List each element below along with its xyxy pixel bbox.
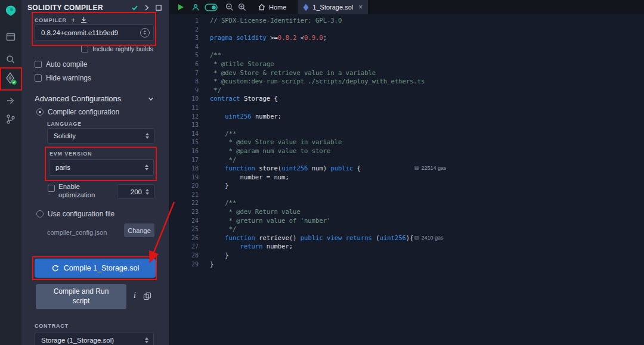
compiler-section-header: COMPILER + [35, 16, 88, 24]
code-line[interactable]: 21 [170, 190, 644, 199]
code-line[interactable]: 27 return number; [170, 242, 644, 251]
code-lines: 1// SPDX-License-Identifier: GPL-3.023pr… [170, 16, 644, 268]
code-text: * @param num value to store [210, 147, 330, 154]
code-line[interactable]: 9 */ [170, 86, 644, 95]
use-config-file-radio[interactable] [36, 210, 44, 217]
pin-panel-icon[interactable] [155, 4, 162, 11]
zoom-out-button[interactable] [225, 3, 234, 11]
code-line[interactable]: 17 */ [170, 156, 644, 164]
line-number: 15 [170, 138, 199, 147]
zoom-in-button[interactable] [238, 3, 246, 11]
code-line[interactable]: 3pragma solidity >=0.8.2 <0.9.0; [170, 33, 644, 42]
line-number: 20 [170, 182, 199, 191]
compile-button[interactable]: Compile 1_Storage.sol [35, 259, 156, 278]
line-number: 12 [170, 113, 199, 122]
chevron-down-icon[interactable] [147, 95, 154, 102]
download-compiler-icon[interactable] [80, 16, 88, 24]
line-number: 21 [170, 191, 199, 200]
optimization-runs-stepper[interactable]: 200 [117, 184, 154, 199]
code-line[interactable]: 26 function retrieve() public view retur… [170, 234, 644, 243]
code-line[interactable]: 24 * @return value of 'number' [170, 216, 644, 225]
code-line[interactable]: 13 [170, 120, 644, 129]
remix-logo [5, 5, 17, 17]
tab-1-storage-sol[interactable]: 1_Storage.sol × [297, 0, 369, 14]
code-line[interactable]: 2 [170, 25, 644, 34]
sidebar-item-search[interactable] [0, 51, 21, 68]
nightly-builds-row: Include nightly builds [81, 45, 153, 52]
code-line[interactable]: 11 [170, 103, 644, 112]
line-number: 19 [170, 173, 199, 182]
enable-optimization-checkbox[interactable] [48, 185, 55, 192]
code-editor[interactable]: 1// SPDX-License-Identifier: GPL-3.023pr… [170, 14, 644, 345]
code-line[interactable]: 16 * @param num value to store [170, 147, 644, 156]
code-line[interactable]: 10contract Storage { [170, 94, 644, 103]
line-number: 22 [170, 199, 199, 208]
line-number: 16 [170, 147, 199, 156]
code-line[interactable]: 22 /** [170, 198, 644, 207]
line-number: 7 [170, 69, 199, 78]
change-config-button[interactable]: Change [124, 223, 154, 237]
code-line[interactable]: 20 } [170, 181, 644, 190]
code-line[interactable]: 6 * @title Storage [170, 60, 644, 69]
contract-select[interactable]: Storage (1_Storage.sol) [35, 332, 154, 345]
compile-and-run-button[interactable]: Compile and Run script [36, 284, 126, 309]
language-select[interactable]: Solidity [47, 128, 154, 144]
gas-estimate-hint[interactable]: ▤22514 gas [414, 164, 447, 173]
assistant-button[interactable] [191, 4, 200, 11]
icon-rail [0, 0, 21, 345]
select-arrows-icon [145, 164, 148, 170]
compiler-configuration-radio[interactable] [36, 108, 44, 116]
compile-button-label: Compile 1_Storage.sol [64, 264, 139, 272]
include-nightly-checkbox[interactable] [81, 45, 88, 52]
remix-ide: SOLIDITY COMPILER COMPILER + [0, 0, 644, 345]
select-arrows-icon [145, 133, 149, 139]
sidebar-item-solidity-compiler[interactable] [0, 70, 21, 87]
code-line[interactable]: 18 function store(uint256 num) public {▤… [170, 164, 644, 173]
hide-warnings-checkbox[interactable] [35, 74, 42, 82]
line-number: 17 [170, 156, 199, 165]
advanced-configurations-header[interactable]: Advanced Configurations [35, 94, 154, 103]
code-line[interactable]: 1// SPDX-License-Identifier: GPL-3.0 [170, 16, 644, 25]
code-text: */ [210, 225, 236, 232]
advanced-configurations-label: Advanced Configurations [35, 94, 121, 103]
sidebar-item-deploy-run[interactable] [0, 92, 21, 109]
sidebar-item-git[interactable] [0, 111, 21, 128]
code-text: // SPDX-License-Identifier: GPL-3.0 [210, 17, 342, 24]
gas-estimate-hint[interactable]: ▤2410 gas [414, 234, 444, 243]
code-line[interactable]: 7 * @dev Store & retrieve value in a var… [170, 69, 644, 77]
code-line[interactable]: 14 /** [170, 129, 644, 138]
code-text: * @dev Return value [210, 208, 304, 215]
code-line[interactable]: 15 * @dev Store value in variable [170, 138, 644, 147]
info-icon[interactable]: i [134, 291, 136, 300]
code-line[interactable]: 29} [170, 260, 644, 269]
code-line[interactable]: 25 */ [170, 225, 644, 234]
code-text: */ [210, 156, 236, 163]
add-custom-compiler-icon[interactable]: + [71, 16, 76, 24]
compiler-version-select[interactable]: 0.8.24+commit.e11b9ed9 [35, 24, 154, 41]
sidebar-item-workspace[interactable] [0, 29, 21, 45]
select-arrows-icon [145, 337, 148, 343]
copy-icon[interactable] [143, 292, 151, 300]
code-line[interactable]: 4 [170, 42, 644, 51]
code-line[interactable]: 19 number = num; [170, 173, 644, 182]
code-text: * @custom:dev-run-script ./scripts/deplo… [210, 77, 425, 85]
auto-compile-checkbox[interactable] [35, 61, 42, 68]
remix-logo-icon[interactable] [0, 2, 21, 19]
code-line[interactable]: 12 uint256 number; [170, 112, 644, 121]
tab-home[interactable]: Home [252, 0, 292, 14]
evm-version-select[interactable]: paris [49, 159, 154, 176]
chevron-right-icon[interactable] [144, 4, 150, 11]
code-line[interactable]: 28 } [170, 251, 644, 260]
run-script-button[interactable] [177, 4, 184, 11]
compiler-section-label: COMPILER [35, 17, 67, 23]
gas-estimate-text: 2410 gas [422, 234, 444, 243]
line-number: 1 [170, 17, 199, 26]
hide-warnings-row: Hide warnings [35, 74, 91, 82]
code-line[interactable]: 8 * @custom:dev-run-script ./scripts/dep… [170, 77, 644, 86]
feature-toggle[interactable] [205, 4, 218, 11]
code-line[interactable]: 23 * @dev Return value [170, 207, 644, 216]
close-tab-icon[interactable]: × [358, 3, 363, 11]
code-line[interactable]: 5/** [170, 51, 644, 60]
use-config-file-label: Use configuration file [48, 210, 114, 218]
gas-icon: ▤ [414, 234, 419, 243]
